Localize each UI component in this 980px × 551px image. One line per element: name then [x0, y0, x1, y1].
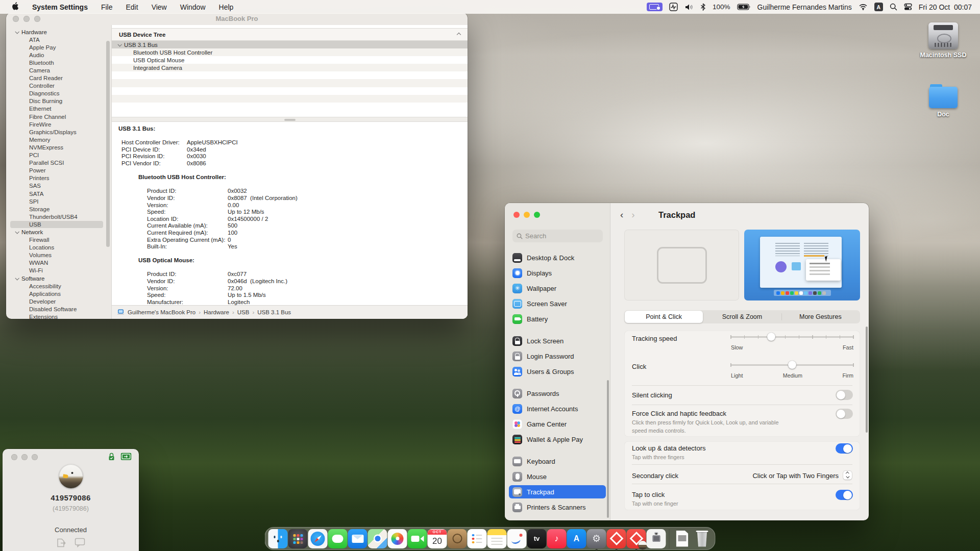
sidebar-item-desktop-dock[interactable]: Desktop & Dock: [505, 250, 610, 265]
tree-node-usb-optical-mouse[interactable]: USB Optical Mouse: [112, 56, 468, 64]
sysinfo-item-disc-burning[interactable]: Disc Burning: [6, 97, 111, 105]
sysinfo-item-firewire[interactable]: FireWire: [6, 120, 111, 128]
sysinfo-item-fibre-channel[interactable]: Fibre Channel: [6, 113, 111, 120]
menu-window[interactable]: Window: [180, 3, 206, 11]
desktop-icon-macintosh-ssd[interactable]: Macintosh SSD: [913, 22, 974, 59]
click-firmness-slider[interactable]: [731, 361, 853, 369]
dock-notes-icon[interactable]: [487, 529, 507, 548]
secondary-click-stepper[interactable]: [843, 471, 852, 480]
sidebar-item-printers-scanners[interactable]: Printers & Scanners: [505, 499, 610, 515]
dock-calendar-icon[interactable]: OCT20: [428, 529, 447, 548]
sysinfo-item-wi-fi[interactable]: Wi-Fi: [6, 267, 111, 274]
tap-to-click-toggle[interactable]: [836, 490, 853, 500]
sysinfo-item-sata[interactable]: SATA: [6, 190, 111, 197]
sysinfo-item-card-reader[interactable]: Card Reader: [6, 74, 111, 82]
sidebar-item-game-center[interactable]: Game Center: [505, 416, 610, 432]
minimize-button[interactable]: [21, 454, 28, 460]
tab-point-click[interactable]: Point & Click: [625, 311, 703, 323]
menu-username[interactable]: Guilherme Fernandes Martins: [757, 3, 852, 11]
search-input[interactable]: [525, 232, 592, 240]
wifi-icon[interactable]: [859, 4, 868, 10]
zoom-button[interactable]: [534, 212, 540, 218]
screen-sharing-indicator-icon[interactable]: [647, 3, 663, 11]
sysinfo-item-apple-pay[interactable]: Apple Pay: [6, 43, 111, 51]
sidebar-item-login-password[interactable]: Login Password: [505, 348, 610, 364]
sysinfo-item-audio[interactable]: Audio: [6, 51, 111, 59]
sysinfo-item-sas[interactable]: SAS: [6, 182, 111, 190]
sidebar-item-mouse[interactable]: Mouse: [505, 469, 610, 484]
menu-file[interactable]: File: [101, 3, 113, 11]
sidebar-item-wallet-apple-pay[interactable]: Wallet & Apple Pay: [505, 432, 610, 447]
sidebar-item-internet-accounts[interactable]: @Internet Accounts: [505, 401, 610, 416]
dock-document-icon[interactable]: [673, 529, 692, 548]
sysinfo-item-parallel-scsi[interactable]: Parallel SCSI: [6, 159, 111, 167]
dock-facetime-icon[interactable]: [408, 529, 427, 548]
menu-clock[interactable]: Fri 20 Oct 00:07: [919, 3, 972, 11]
breadcrumb-item-hardware[interactable]: Hardware: [204, 309, 229, 315]
sysinfo-item-pci[interactable]: PCI: [6, 152, 111, 159]
sidebar-scrollbar[interactable]: [106, 41, 110, 247]
control-center-icon[interactable]: [904, 3, 912, 11]
tree-node-integrated-camera[interactable]: Integrated Camera: [112, 64, 468, 71]
dock-contacts-icon[interactable]: [448, 529, 467, 548]
zoom-button[interactable]: [32, 454, 38, 460]
breadcrumb-item-usb[interactable]: USB: [237, 309, 250, 315]
sidebar-item-users-groups[interactable]: Users & Groups: [505, 364, 610, 379]
chat-icon[interactable]: [75, 538, 85, 550]
battery-icon[interactable]: [737, 4, 751, 10]
close-button[interactable]: [513, 212, 520, 218]
bluetooth-icon[interactable]: [700, 3, 706, 11]
desktop-icon-doc[interactable]: Doc: [913, 82, 974, 118]
tree-node-bluetooth-usb-host-controller[interactable]: Bluetooth USB Host Controller: [112, 48, 468, 56]
secondary-click-value[interactable]: Click or Tap with Two Fingers: [752, 472, 839, 480]
sidebar-item-wallpaper[interactable]: ✳Wallpaper: [505, 281, 610, 296]
sysinfo-item-storage[interactable]: Storage: [6, 205, 111, 213]
dock-music-icon[interactable]: ♪: [547, 529, 567, 548]
file-transfer-icon[interactable]: [56, 538, 67, 550]
sysinfo-item-controller[interactable]: Controller: [6, 82, 111, 90]
sysinfo-item-printers[interactable]: Printers: [6, 174, 111, 182]
sidebar-item-lock-screen[interactable]: Lock Screen: [505, 333, 610, 348]
sysinfo-item-ethernet[interactable]: Ethernet: [6, 105, 111, 113]
tracking-speed-slider[interactable]: [731, 333, 853, 341]
menu-edit[interactable]: Edit: [126, 3, 138, 11]
dock-mail-icon[interactable]: [348, 529, 368, 548]
dock-anydesk-icon[interactable]: [607, 529, 626, 548]
sysinfo-item-extensions[interactable]: Extensions: [6, 313, 111, 319]
dock-tv-icon[interactable]: tv: [527, 529, 547, 548]
menu-app-name[interactable]: System Settings: [32, 3, 88, 11]
sysinfo-group-network[interactable]: Network: [6, 228, 111, 236]
dock-messages-icon[interactable]: [328, 529, 348, 548]
sidebar-scrollbar[interactable]: [607, 380, 609, 518]
sysinfo-titlebar[interactable]: MacBook Pro: [6, 13, 468, 25]
sysinfo-item-firewall[interactable]: Firewall: [6, 236, 111, 244]
sysinfo-item-spi[interactable]: SPI: [6, 197, 111, 205]
sysinfo-item-bluetooth[interactable]: Bluetooth: [6, 59, 111, 66]
dock-trash-icon[interactable]: [693, 529, 712, 548]
menu-view[interactable]: View: [152, 3, 167, 11]
menu-help[interactable]: Help: [219, 3, 234, 11]
dock-system-information-icon[interactable]: [647, 529, 666, 548]
volume-icon[interactable]: [684, 4, 694, 11]
breadcrumb-item-guilherme-s-macbook-pro[interactable]: Guilherme's MacBook Pro: [128, 309, 195, 315]
silent-clicking-toggle[interactable]: [836, 390, 853, 400]
sysinfo-item-memory[interactable]: Memory: [6, 136, 111, 143]
sysinfo-item-nvmexpress[interactable]: NVMExpress: [6, 143, 111, 151]
sysinfo-item-camera[interactable]: Camera: [6, 66, 111, 74]
dock-safari-icon[interactable]: [308, 529, 328, 548]
dock-maps-icon[interactable]: [368, 529, 387, 548]
splitter-handle[interactable]: [112, 117, 468, 122]
search-icon[interactable]: [890, 3, 897, 11]
minimize-button[interactable]: [524, 212, 530, 218]
back-button[interactable]: ‹: [620, 209, 623, 220]
dock-anydesk-session-icon[interactable]: [627, 529, 646, 548]
sysinfo-group-hardware[interactable]: Hardware: [6, 28, 111, 36]
dock-photos-icon[interactable]: [388, 529, 407, 548]
content-scrollbar[interactable]: [866, 327, 868, 433]
sidebar-item-screen-saver[interactable]: Screen Saver: [505, 296, 610, 311]
tab-scroll-zoom[interactable]: Scroll & Zoom: [703, 311, 781, 323]
sysinfo-item-graphics-displays[interactable]: Graphics/Displays: [6, 128, 111, 136]
sysinfo-item-volumes[interactable]: Volumes: [6, 252, 111, 259]
dock-finder-icon[interactable]: [268, 529, 288, 548]
sysinfo-item-disabled-software[interactable]: Disabled Software: [6, 305, 111, 313]
